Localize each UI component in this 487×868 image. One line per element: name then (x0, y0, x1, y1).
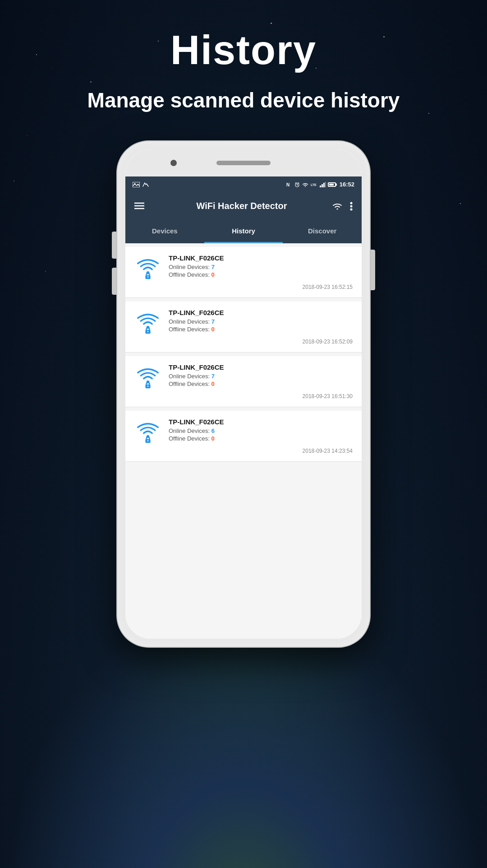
network-name: TP-LINK_F026CE (169, 254, 353, 262)
timestamp: 2018-09-23 16:52:09 (134, 339, 353, 345)
speaker-grill (216, 161, 271, 165)
svg-text:N: N (286, 182, 289, 187)
status-left (133, 182, 149, 187)
online-count-row: Online Devices: 7 (169, 264, 353, 270)
history-item[interactable]: TP-LINK_F026CE Online Devices: 7 Offline… (125, 302, 362, 353)
tab-history[interactable]: History (204, 220, 283, 243)
timestamp: 2018-09-23 16:52:15 (134, 284, 353, 290)
online-count-row: Online Devices: 7 (169, 318, 353, 325)
page-header: History Manage scanned device history (0, 0, 487, 114)
timestamp: 2018-09-23 14:23:54 (134, 448, 353, 454)
lte-icon: LTE (311, 182, 318, 187)
status-right: N (286, 181, 354, 188)
signal-bars-icon (320, 182, 326, 187)
page-subtitle: Manage scanned device history (0, 87, 487, 114)
offline-count-row: Offline Devices: 0 (169, 326, 353, 333)
alarm-icon (294, 182, 300, 187)
svg-point-18 (350, 208, 353, 210)
history-item[interactable]: TP-LINK_F026CE Online Devices: 6 Offline… (125, 411, 362, 462)
app-bar: WiFi Hacker Detector (125, 193, 362, 220)
svg-point-24 (147, 331, 149, 332)
history-item-details: TP-LINK_F026CE Online Devices: 7 Offline… (169, 254, 353, 279)
svg-rect-10 (322, 184, 323, 187)
network-name: TP-LINK_F026CE (169, 418, 353, 426)
history-item[interactable]: TP-LINK_F026CE Online Devices: 7 Offline… (125, 247, 362, 298)
wifi-icon-appbar[interactable] (332, 202, 343, 211)
more-options-icon[interactable] (350, 202, 353, 211)
offline-count-row: Offline Devices: 0 (169, 381, 353, 387)
offline-count: 0 (211, 435, 214, 442)
svg-point-30 (147, 440, 149, 441)
svg-rect-9 (320, 186, 321, 187)
phone-screen: N (125, 176, 362, 639)
phone-inner: N (125, 149, 362, 639)
svg-rect-12 (325, 182, 326, 187)
nfc-icon: N (286, 182, 293, 187)
status-bar: N (125, 176, 362, 193)
network-name: TP-LINK_F026CE (169, 309, 353, 316)
svg-line-6 (295, 182, 296, 183)
wifi-status-icon (302, 182, 309, 187)
wifi-network-icon (134, 309, 161, 336)
page-title: History (0, 27, 487, 74)
online-count: 7 (211, 373, 215, 380)
history-content[interactable]: TP-LINK_F026CE Online Devices: 7 Offline… (125, 243, 362, 639)
history-item-details: TP-LINK_F026CE Online Devices: 7 Offline… (169, 309, 353, 334)
wifi-network-icon (134, 254, 161, 281)
app-title: WiFi Hacker Detector (152, 201, 332, 211)
online-count: 7 (211, 318, 215, 325)
offline-count: 0 (211, 381, 214, 387)
online-count: 7 (211, 264, 215, 270)
online-count-row: Online Devices: 6 (169, 427, 353, 434)
svg-point-16 (350, 202, 353, 204)
timestamp: 2018-09-23 16:51:30 (134, 393, 353, 399)
front-camera (170, 160, 177, 166)
history-item-details: TP-LINK_F026CE Online Devices: 7 Offline… (169, 363, 353, 388)
phone-outer: N (117, 141, 370, 647)
offline-count: 0 (211, 271, 214, 278)
status-time: 16:52 (340, 181, 354, 188)
history-item[interactable]: TP-LINK_F026CE Online Devices: 7 Offline… (125, 356, 362, 407)
online-count: 6 (211, 427, 215, 434)
online-count-row: Online Devices: 7 (169, 373, 353, 380)
svg-rect-11 (323, 183, 325, 187)
wifi-network-icon (134, 363, 161, 390)
svg-text:LTE: LTE (311, 183, 317, 186)
notification-status-icon (142, 182, 149, 187)
battery-icon (328, 182, 336, 187)
tab-discover[interactable]: Discover (283, 220, 362, 243)
network-name: TP-LINK_F026CE (169, 363, 353, 371)
image-status-icon (133, 182, 140, 187)
phone-mockup: N (0, 141, 487, 647)
svg-line-7 (298, 182, 299, 183)
svg-point-21 (147, 276, 149, 278)
history-item-details: TP-LINK_F026CE Online Devices: 6 Offline… (169, 418, 353, 443)
svg-point-17 (350, 205, 353, 207)
app-bar-actions (332, 202, 353, 211)
tab-devices[interactable]: Devices (125, 220, 204, 243)
wifi-network-icon (134, 418, 161, 445)
phone-top-bar (125, 149, 362, 176)
offline-count: 0 (211, 326, 214, 333)
tabs-bar: Devices History Discover (125, 220, 362, 243)
svg-point-27 (147, 385, 149, 387)
hamburger-menu-icon[interactable] (134, 200, 144, 212)
offline-count-row: Offline Devices: 0 (169, 271, 353, 278)
offline-count-row: Offline Devices: 0 (169, 435, 353, 442)
